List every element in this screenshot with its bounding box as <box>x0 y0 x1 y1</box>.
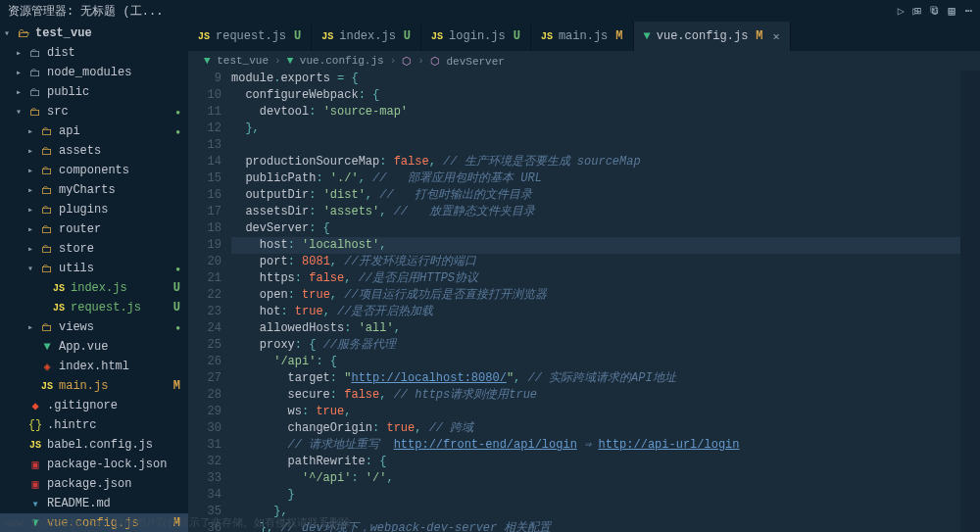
new-file-icon[interactable]: ▷ <box>898 4 905 19</box>
tab-vue-config-js[interactable]: ▼vue.config.jsM✕ <box>634 22 791 51</box>
code-line-18[interactable]: devServer: { <box>231 220 960 237</box>
breadcrumbs[interactable]: ▼ test_vue›▼ vue.config.js›⬡ ›⬡ devServe… <box>188 51 980 71</box>
code-line-27[interactable]: target: "http://localhost:8080/", // 实际跨… <box>231 370 960 387</box>
folder-node_modules[interactable]: ▸🗀node_modules <box>0 63 188 82</box>
code-line-13[interactable] <box>231 137 960 154</box>
code-line-15[interactable]: publicPath: './', // 部署应用包时的基本 URL <box>231 170 960 187</box>
breadcrumb-item[interactable]: ▼ vue.config.js <box>287 55 384 67</box>
file-icon: ▼ <box>644 29 651 43</box>
tab-login-js[interactable]: JSlogin.jsU <box>421 22 531 51</box>
file-explorer: ▾🗁test_vue▸🗀dist▸🗀node_modules▸🗀public▾🗀… <box>0 22 188 532</box>
breadcrumb-item[interactable]: ⬡ devServer <box>430 55 505 68</box>
code-line-24[interactable]: allowedHosts: 'all', <box>231 320 960 337</box>
code-editor[interactable]: 9101112131415161718192021222324252627282… <box>188 71 980 532</box>
editor-tabs: JSrequest.jsUJSindex.jsUJSlogin.jsUJSmai… <box>188 22 980 51</box>
code-line-31[interactable]: // 请求地址重写 http://front-end/api/login ⇒ h… <box>231 437 960 454</box>
folder-dist[interactable]: ▸🗀dist <box>0 43 188 63</box>
folder-src[interactable]: ▾🗀src● <box>0 102 188 121</box>
code-line-16[interactable]: outputDir: 'dist', // 打包时输出的文件目录 <box>231 187 960 204</box>
file-icon: JS <box>541 29 553 43</box>
tab-status: M <box>615 29 622 43</box>
tab-status: U <box>294 29 301 43</box>
editor-area: JSrequest.jsUJSindex.jsUJSlogin.jsUJSmai… <box>188 22 980 532</box>
title-text: 资源管理器: 无标题 (工... <box>8 3 163 20</box>
code-line-21[interactable]: https: false, //是否启用HTTPS协议 <box>231 270 960 287</box>
minimap[interactable] <box>960 71 980 532</box>
code-line-17[interactable]: assetsDir: 'assets', // 放置静态文件夹目录 <box>231 204 960 220</box>
tab-label: vue.config.js <box>657 29 749 43</box>
folder-utils[interactable]: ▾🗀utils● <box>0 259 188 278</box>
code-line-9[interactable]: module.exports = { <box>231 71 960 87</box>
code-line-25[interactable]: proxy: { //服务器代理 <box>231 337 960 354</box>
code-line-19[interactable]: host: 'localhost', <box>231 237 960 254</box>
code-line-11[interactable]: devtool: 'source-map' <box>231 104 960 121</box>
tab-label: main.js <box>559 29 608 43</box>
file-main-js[interactable]: JSmain.jsM <box>0 376 188 396</box>
close-icon[interactable]: ✕ <box>773 29 780 44</box>
code-line-30[interactable]: changeOrigin: true, // 跨域 <box>231 420 960 437</box>
code-line-28[interactable]: secure: false, // https请求则使用true <box>231 387 960 404</box>
line-gutter: 9101112131415161718192021222324252627282… <box>188 71 231 532</box>
tab-label: request.js <box>216 29 286 43</box>
tab-label: login.js <box>449 29 506 43</box>
tab-main-js[interactable]: JSmain.jsM <box>531 22 634 51</box>
tab-status: U <box>514 29 520 43</box>
code-line-34[interactable]: } <box>231 487 960 504</box>
code-line-22[interactable]: open: true, //项目运行成功后是否直接打开浏览器 <box>231 287 960 304</box>
code-line-20[interactable]: port: 8081, //开发环境运行时的端口 <box>231 254 960 270</box>
breadcrumb-item[interactable]: ⬡ <box>402 55 412 68</box>
code-line-32[interactable]: pathRewrite: { <box>231 454 960 470</box>
file-icon: JS <box>321 29 333 43</box>
code-content[interactable]: module.exports = { configureWebpack: { d… <box>231 71 960 532</box>
code-line-29[interactable]: ws: true, <box>231 404 960 420</box>
code-line-26[interactable]: '/api': { <box>231 354 960 370</box>
breadcrumb-item[interactable]: ▼ test_vue <box>204 55 269 67</box>
file-icon: JS <box>198 29 210 43</box>
folder-store[interactable]: ▸🗀store <box>0 239 188 259</box>
folder-router[interactable]: ▸🗀router <box>0 219 188 239</box>
footer-watermark: www.joymobiu.com 提醒图片取代展示了非存储。如有侵权请联系删除。 <box>4 515 362 530</box>
code-line-33[interactable]: '^/api': '/', <box>231 470 960 487</box>
file-index-html[interactable]: ◈index.html <box>0 357 188 376</box>
titlebar: 资源管理器: 无标题 (工... ▷ ⊞ ↻ ⊟ ⋯ <box>0 0 980 22</box>
folder-api[interactable]: ▸🗀api● <box>0 121 188 141</box>
code-line-10[interactable]: configureWebpack: { <box>231 87 960 104</box>
file-babel-config-js[interactable]: JSbabel.config.js <box>0 435 188 455</box>
folder-views[interactable]: ▸🗀views● <box>0 317 188 337</box>
file-App-vue[interactable]: ▼App.vue <box>0 337 188 357</box>
tab-status: U <box>404 29 411 43</box>
folder-plugins[interactable]: ▸🗀plugins <box>0 200 188 219</box>
file-package-lock-json[interactable]: ▣package-lock.json <box>0 455 188 474</box>
file-index-js[interactable]: JSindex.jsU <box>0 278 188 298</box>
code-line-23[interactable]: hot: true, //是否开启热加载 <box>231 304 960 320</box>
file--gitignore[interactable]: ◆.gitignore <box>0 396 188 415</box>
code-line-14[interactable]: productionSourceMap: false, // 生产环境是否要生成… <box>231 154 960 170</box>
folder-assets[interactable]: ▸🗀assets <box>0 141 188 161</box>
file-icon: JS <box>431 29 443 43</box>
folder-components[interactable]: ▸🗀components <box>0 161 188 180</box>
code-line-12[interactable]: }, <box>231 121 960 137</box>
file-README-md[interactable]: ▾README.md <box>0 494 188 513</box>
tree-root[interactable]: ▾🗁test_vue <box>0 24 188 43</box>
folder-myCharts[interactable]: ▸🗀myCharts <box>0 180 188 200</box>
tab-request-js[interactable]: JSrequest.jsU <box>188 22 312 51</box>
file--hintrc[interactable]: {}.hintrc <box>0 415 188 435</box>
tab-label: index.js <box>339 29 396 43</box>
file-package-json[interactable]: ▣package.json <box>0 474 188 494</box>
tab-status: M <box>756 29 762 43</box>
file-request-js[interactable]: JSrequest.jsU <box>0 298 188 317</box>
tab-index-js[interactable]: JSindex.jsU <box>312 22 421 51</box>
folder-public[interactable]: ▸🗀public <box>0 82 188 102</box>
